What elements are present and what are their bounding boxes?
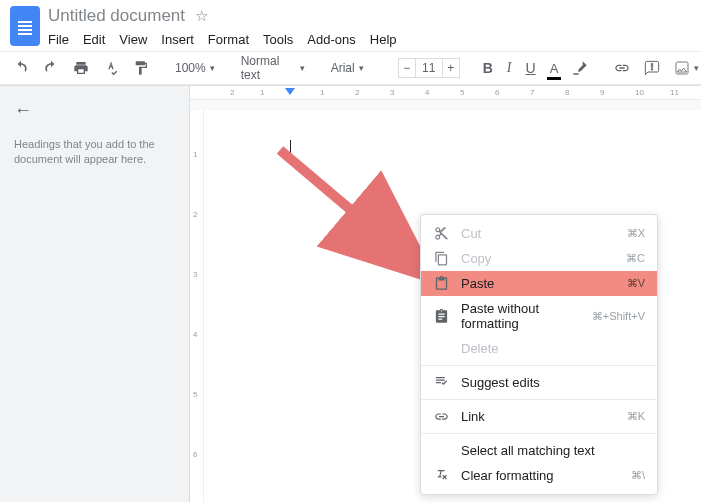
font-size-control: − 11 +: [398, 58, 460, 78]
context-menu-label: Select all matching text: [461, 443, 645, 458]
insert-comment-button[interactable]: [641, 58, 663, 78]
ruler-tick: 4: [193, 330, 197, 339]
underline-button[interactable]: U: [523, 58, 539, 78]
context-menu-clear-formatting[interactable]: Clear formatting ⌘\: [421, 463, 657, 488]
text-cursor: [290, 140, 291, 154]
font-size-value[interactable]: 11: [416, 58, 442, 78]
ruler-tick: 11: [670, 88, 679, 97]
context-menu-label: Delete: [461, 341, 645, 356]
context-menu-cut[interactable]: Cut ⌘X: [421, 221, 657, 246]
context-menu-shortcut: ⌘C: [626, 252, 645, 265]
ruler-tick: 9: [600, 88, 604, 97]
menu-addons[interactable]: Add-ons: [307, 32, 355, 47]
ruler-tick: 3: [390, 88, 394, 97]
ruler-tick: 3: [193, 270, 197, 279]
ruler-tick: 6: [495, 88, 499, 97]
menu-file[interactable]: File: [48, 32, 69, 47]
ruler-tick: 4: [425, 88, 429, 97]
vertical-ruler[interactable]: 1 2 3 4 5 6: [190, 110, 204, 503]
paragraph-style-dropdown[interactable]: Normal text: [238, 52, 308, 84]
paste-plain-icon: [433, 309, 449, 324]
cut-icon: [433, 226, 449, 241]
bold-button[interactable]: B: [480, 58, 496, 78]
menubar: File Edit View Insert Format Tools Add-o…: [48, 30, 397, 49]
ruler-tick: 1: [320, 88, 324, 97]
context-menu-shortcut: ⌘+Shift+V: [592, 310, 645, 323]
spellcheck-button[interactable]: [100, 58, 122, 78]
menu-help[interactable]: Help: [370, 32, 397, 47]
context-menu-copy[interactable]: Copy ⌘C: [421, 246, 657, 271]
context-menu-label: Paste: [461, 276, 615, 291]
text-color-button[interactable]: A: [547, 59, 562, 78]
context-menu-delete[interactable]: Delete: [421, 336, 657, 361]
paint-format-button[interactable]: [130, 58, 152, 78]
link-icon: [433, 409, 449, 424]
redo-button[interactable]: [40, 58, 62, 78]
menu-insert[interactable]: Insert: [161, 32, 194, 47]
context-menu-divider: [421, 365, 657, 366]
context-menu-suggest-edits[interactable]: Suggest edits: [421, 370, 657, 395]
context-menu-paste-plain[interactable]: Paste without formatting ⌘+Shift+V: [421, 296, 657, 336]
print-button[interactable]: [70, 58, 92, 78]
horizontal-ruler[interactable]: 2 1 1 2 3 4 5 6 7 8 9 10 11: [190, 86, 701, 100]
ruler-tick: 2: [355, 88, 359, 97]
menu-tools[interactable]: Tools: [263, 32, 293, 47]
zoom-dropdown[interactable]: 100%: [172, 59, 218, 77]
ruler-tick: 8: [565, 88, 569, 97]
ruler-tick: 7: [530, 88, 534, 97]
ruler-tick: 5: [193, 390, 197, 399]
font-dropdown[interactable]: Arial: [328, 59, 378, 77]
docs-app-icon[interactable]: [10, 6, 40, 46]
ruler-tick: 2: [193, 210, 197, 219]
ruler-tick: 10: [635, 88, 644, 97]
context-menu-shortcut: ⌘X: [627, 227, 645, 240]
italic-button[interactable]: I: [504, 58, 515, 78]
sidebar-back-arrow-icon[interactable]: ←: [14, 100, 32, 121]
insert-link-button[interactable]: [611, 58, 633, 78]
context-menu-shortcut: ⌘K: [627, 410, 645, 423]
font-size-increase[interactable]: +: [442, 58, 460, 78]
ruler-tick: 2: [230, 88, 234, 97]
context-menu-label: Link: [461, 409, 615, 424]
ruler-tick: 1: [193, 150, 197, 159]
paste-icon: [433, 276, 449, 291]
title-area: Untitled document ☆ File Edit View Inser…: [48, 6, 397, 49]
context-menu-divider: [421, 433, 657, 434]
context-menu-label: Clear formatting: [461, 468, 619, 483]
context-menu-label: Suggest edits: [461, 375, 645, 390]
outline-empty-hint: Headings that you add to the document wi…: [14, 137, 175, 168]
title-row: Untitled document ☆: [48, 6, 397, 26]
ruler-tick: 1: [260, 88, 264, 97]
undo-button[interactable]: [10, 58, 32, 78]
document-title[interactable]: Untitled document: [48, 6, 185, 26]
ruler-tick: 6: [193, 450, 197, 459]
outline-sidebar: ← Headings that you add to the document …: [0, 86, 190, 502]
toolbar: 100% Normal text Arial − 11 + B I U A: [0, 51, 701, 85]
insert-image-button[interactable]: [671, 58, 701, 78]
context-menu-paste[interactable]: Paste ⌘V: [421, 271, 657, 296]
font-size-decrease[interactable]: −: [398, 58, 416, 78]
copy-icon: [433, 251, 449, 266]
suggest-edits-icon: [433, 375, 449, 390]
context-menu-label: Cut: [461, 226, 615, 241]
star-icon[interactable]: ☆: [195, 7, 208, 25]
ruler-indent-marker[interactable]: [285, 88, 295, 95]
context-menu-select-matching[interactable]: Select all matching text: [421, 438, 657, 463]
context-menu: Cut ⌘X Copy ⌘C Paste ⌘V Paste without fo…: [420, 214, 658, 495]
context-menu-divider: [421, 399, 657, 400]
context-menu-link[interactable]: Link ⌘K: [421, 404, 657, 429]
menu-edit[interactable]: Edit: [83, 32, 105, 47]
context-menu-label: Paste without formatting: [461, 301, 580, 331]
highlight-color-button[interactable]: [569, 58, 591, 78]
ruler-tick: 5: [460, 88, 464, 97]
context-menu-shortcut: ⌘V: [627, 277, 645, 290]
context-menu-label: Copy: [461, 251, 614, 266]
context-menu-shortcut: ⌘\: [631, 469, 645, 482]
menu-format[interactable]: Format: [208, 32, 249, 47]
menu-view[interactable]: View: [119, 32, 147, 47]
clear-formatting-icon: [433, 468, 449, 483]
header: Untitled document ☆ File Edit View Inser…: [0, 0, 701, 51]
